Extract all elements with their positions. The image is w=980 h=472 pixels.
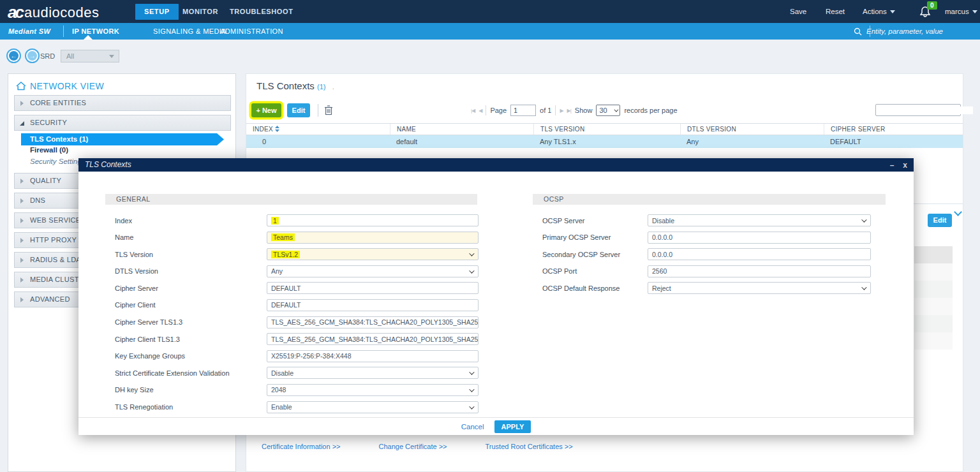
change-certificate-link[interactable]: Change Certificate >> <box>379 443 447 450</box>
user-menu[interactable]: marcus <box>945 0 977 23</box>
field-label: OCSP Default Response <box>533 284 648 292</box>
chevron-right-icon <box>20 238 24 243</box>
first-page-icon[interactable]: |◀ <box>471 108 475 114</box>
next-page-icon[interactable]: ▶ <box>560 108 563 114</box>
tab-setup[interactable]: SETUP <box>135 4 179 20</box>
key-exchange-groups-field[interactable]: X25519:P-256:P-384:X448 <box>267 350 479 362</box>
tls-version-select[interactable]: TLSv1.2 <box>267 248 479 260</box>
sidebar-item-firewall[interactable]: Firewall (0) <box>30 146 68 154</box>
primary-ocsp-server-field[interactable]: 0.0.0.0 <box>648 232 871 244</box>
column-header-name[interactable]: NAME <box>390 124 533 135</box>
field-label: Name <box>105 233 267 241</box>
field-label: Cipher Server <box>105 284 267 292</box>
background-table-fragment <box>914 246 953 350</box>
table-search-input[interactable] <box>876 107 973 114</box>
tab-monitor[interactable]: MONITOR <box>182 0 218 23</box>
dtls-version-select[interactable]: Any <box>267 265 479 277</box>
strict-cert-extension-validation-select[interactable]: Disable <box>267 367 479 379</box>
table-row[interactable]: 0 default Any TLS1.x Any DEFAULT <box>246 135 963 148</box>
forward-button[interactable]: → <box>25 48 40 63</box>
details-edit-button[interactable]: Edit <box>928 214 952 227</box>
records-label: records per page <box>624 107 677 114</box>
page-number-input[interactable] <box>510 105 536 116</box>
cell-index: 0 <box>246 135 390 148</box>
page-title: TLS Contexts (1) . <box>256 80 334 91</box>
alarms-bell-icon[interactable]: 0 <box>919 5 931 18</box>
cell-name: default <box>390 135 533 148</box>
tls-context-dialog: TLS Contexts – x GENERAL OCSP Index 1 Na… <box>78 158 914 435</box>
chevron-right-icon <box>20 258 24 263</box>
new-button[interactable]: + New <box>251 103 281 117</box>
last-page-icon[interactable]: ▶| <box>567 108 571 114</box>
ocsp-server-select[interactable]: Disable <box>648 214 871 226</box>
records-per-page-select[interactable]: 30 <box>596 105 620 116</box>
tab-administration[interactable]: ADMINISTRATION <box>220 23 283 40</box>
srd-dropdown[interactable]: All <box>61 50 119 63</box>
dialog-title: TLS Contexts <box>78 158 914 172</box>
logo-text: audiocodes <box>24 4 100 21</box>
reset-button[interactable]: Reset <box>826 0 845 23</box>
sidebar-item-security-settings[interactable]: Security Settings <box>30 158 85 165</box>
column-header-dtls-version[interactable]: DTLS VERSION <box>680 124 824 135</box>
tab-ip-network[interactable]: IP NETWORK <box>72 23 119 40</box>
cipher-server-tls13-field[interactable]: TLS_AES_256_GCM_SHA384:TLS_CHACHA20_POLY… <box>267 316 479 328</box>
prev-page-icon[interactable]: ◀ <box>479 108 482 114</box>
cell-tls-version: Any TLS1.x <box>533 135 680 148</box>
edit-button[interactable]: Edit <box>287 103 310 117</box>
column-header-tls-version[interactable]: TLS VERSION <box>533 124 680 135</box>
tab-troubleshoot[interactable]: TROUBLESHOOT <box>230 0 293 23</box>
chevron-right-icon <box>20 218 24 223</box>
table-search[interactable] <box>875 104 961 116</box>
certificate-information-link[interactable]: Certificate Information >> <box>262 443 341 450</box>
chevron-right-icon <box>20 277 24 283</box>
field-label: DTLS Version <box>105 267 267 275</box>
sort-icon <box>275 126 279 132</box>
cipher-client-tls13-field[interactable]: TLS_AES_256_GCM_SHA384:TLS_CHACHA20_POLY… <box>267 333 479 345</box>
close-button[interactable]: x <box>903 161 907 170</box>
cipher-client-field[interactable]: DEFAULT <box>267 299 479 311</box>
field-label: TLS Version <box>105 251 267 258</box>
divider <box>63 26 64 37</box>
tls-renegotiation-select[interactable]: Enable <box>267 401 479 413</box>
collapse-chevron-icon[interactable] <box>954 208 962 216</box>
chevron-right-icon <box>20 297 24 302</box>
field-label: Secondary OCSP Server <box>533 251 648 258</box>
ocsp-port-field[interactable]: 2560 <box>648 265 871 277</box>
delete-button[interactable] <box>324 105 333 115</box>
chevron-open-icon <box>20 121 24 126</box>
general-section-header: GENERAL <box>105 194 477 205</box>
trusted-root-certificates-link[interactable]: Trusted Root Certificates >> <box>486 443 573 450</box>
show-label: Show <box>575 107 593 114</box>
general-fields: Index 1 Name Teams TLS Version TLSv1.2 D… <box>105 214 479 418</box>
global-search[interactable] <box>854 23 975 40</box>
field-label: DH key Size <box>105 386 267 394</box>
ocsp-default-response-select[interactable]: Reject <box>648 282 871 294</box>
network-view-title[interactable]: NETWORK VIEW <box>16 81 104 91</box>
save-button[interactable]: Save <box>790 0 806 23</box>
chevron-down-icon <box>861 285 866 290</box>
alarm-count-badge: 0 <box>927 1 937 10</box>
ocsp-section-header: OCSP <box>533 194 886 205</box>
cancel-button[interactable]: Cancel <box>461 423 484 431</box>
back-button[interactable]: ← <box>6 48 21 63</box>
minimize-button[interactable]: – <box>890 161 895 170</box>
search-icon <box>854 27 862 36</box>
column-header-cipher-server[interactable]: CIPHER SERVER <box>824 124 963 135</box>
page-of-label: of 1 <box>540 107 551 114</box>
cipher-server-field[interactable]: DEFAULT <box>267 282 479 294</box>
column-header-index[interactable]: INDEX <box>246 124 390 135</box>
apply-button[interactable]: APPLY <box>494 420 531 433</box>
field-label: OCSP Port <box>533 267 648 275</box>
actions-menu[interactable]: Actions <box>863 0 895 23</box>
name-field[interactable]: Teams <box>267 232 479 244</box>
secondary-ocsp-server-field[interactable]: 0.0.0.0 <box>648 248 871 260</box>
global-search-input[interactable] <box>866 27 975 35</box>
sidebar-item-tls-contexts[interactable]: TLS Contexts (1) <box>21 133 224 145</box>
table-header: INDEX NAME TLS VERSION DTLS VERSION CIPH… <box>246 123 963 135</box>
sidebar-section-core-entities[interactable]: CORE ENTITIES <box>14 95 231 111</box>
field-label: Key Exchange Groups <box>105 352 267 360</box>
dh-key-size-select[interactable]: 2048 <box>267 384 479 396</box>
tab-signaling-media[interactable]: SIGNALING & MEDIA <box>153 23 226 40</box>
sidebar-section-security[interactable]: SECURITY <box>14 115 231 131</box>
index-field[interactable]: 1 <box>267 214 479 226</box>
